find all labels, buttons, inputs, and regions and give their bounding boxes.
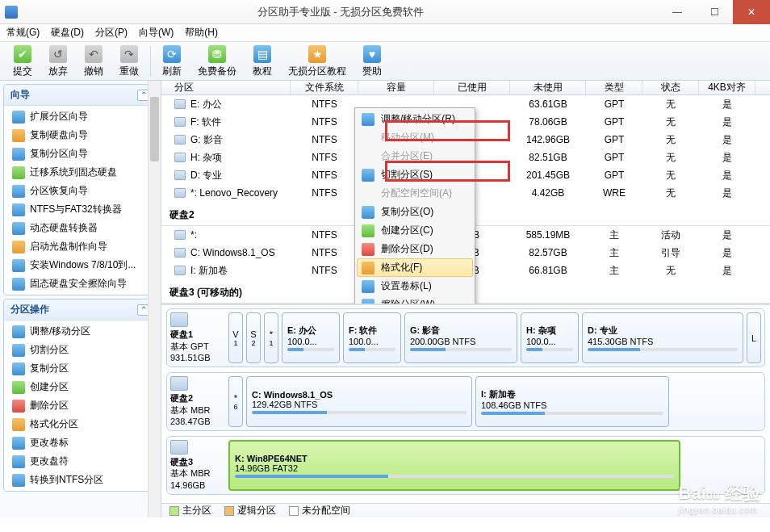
lossless-icon: ★ (308, 45, 326, 63)
sidebar: 向导⌃扩展分区向导复制硬盘向导复制分区向导迁移系统到固态硬盘分区恢复向导NTFS… (0, 81, 161, 517)
partition-block[interactable]: H: 杂项100.0... (521, 312, 579, 363)
partition-block[interactable]: D: 专业415.30GB NTFS (582, 312, 743, 363)
partition-block[interactable]: V1 (228, 312, 243, 363)
nav-label: 迁移系统到固态硬盘 (30, 165, 117, 179)
toolbar-label: 放弃 (48, 65, 68, 78)
nav-item[interactable]: 格式化分区 (4, 415, 157, 434)
context-menu-item[interactable]: 格式化(F) (357, 258, 473, 277)
partition-block[interactable]: C: Windows8.1_OS129.42GB NTFS (246, 376, 472, 427)
partition-block[interactable]: E: 办公100.0... (282, 312, 340, 363)
nav-item[interactable]: 调整/移动分区 (4, 322, 157, 341)
nav-icon (12, 259, 25, 272)
nav-item[interactable]: 启动光盘制作向导 (4, 237, 157, 256)
column-header[interactable]: 未使用 (510, 81, 586, 94)
column-header[interactable]: 分区 (161, 81, 291, 94)
maximize-button[interactable]: ☐ (696, 0, 733, 24)
panel-header[interactable]: 向导⌃ (4, 85, 157, 106)
menubar: 常规(G)硬盘(D)分区(P)向导(W)帮助(H) (0, 24, 770, 42)
donate-button[interactable]: ♥赞助 (354, 42, 390, 80)
backup-button[interactable]: ⛃免费备份 (190, 42, 245, 80)
close-button[interactable]: ✕ (733, 0, 770, 24)
nav-label: 安装Windows 7/8/10到... (30, 258, 136, 272)
tutorial-button[interactable]: ▤教程 (245, 42, 280, 80)
nav-item[interactable]: 切割分区 (4, 341, 157, 359)
menu-item[interactable]: 硬盘(D) (51, 26, 84, 40)
panel-header[interactable]: 分区操作⌃ (4, 300, 157, 320)
partition-block[interactable]: F: 软件100.0... (343, 312, 401, 363)
toolbar-label: 刷新 (162, 65, 182, 78)
menu-item-icon (362, 299, 375, 305)
column-header[interactable]: 文件系统 (291, 81, 358, 94)
nav-item[interactable]: 动态硬盘转换器 (4, 219, 157, 237)
partition-block[interactable]: I: 新加卷108.46GB NTFS (475, 376, 669, 427)
menu-item[interactable]: 分区(P) (95, 26, 128, 40)
partition-block[interactable]: *6 (228, 376, 243, 427)
toolbar-label: 撤销 (84, 65, 103, 78)
commit-button[interactable]: ✔提交 (5, 42, 40, 80)
side-panel: 分区操作⌃调整/移动分区切割分区复制分区创建分区删除分区格式化分区更改卷标更改盘… (3, 299, 157, 492)
nav-icon (12, 344, 25, 357)
context-menu-item: 合并分区(E) (357, 147, 473, 165)
nav-item[interactable]: 创建分区 (4, 378, 157, 396)
nav-icon (12, 241, 25, 253)
partition-block[interactable]: S2 (246, 312, 261, 363)
nav-item[interactable]: 固态硬盘安全擦除向导 (4, 274, 157, 293)
discard-button[interactable]: ↺放弃 (40, 42, 76, 80)
nav-label: 删除分区 (30, 399, 69, 413)
refresh-button[interactable]: ⟳刷新 (154, 42, 190, 80)
nav-icon (12, 222, 25, 235)
partition-icon (174, 153, 186, 162)
context-menu-item[interactable]: 调整/移动分区(R) (357, 110, 473, 128)
nav-label: 调整/移动分区 (30, 325, 90, 338)
nav-icon (12, 418, 25, 431)
column-header[interactable]: 容量 (358, 81, 434, 94)
column-header[interactable]: 类型 (586, 81, 642, 94)
nav-item[interactable]: 扩展分区向导 (4, 107, 157, 126)
nav-item[interactable]: 分区恢复向导 (4, 182, 157, 200)
minimize-button[interactable]: — (659, 0, 696, 24)
nav-icon (12, 437, 25, 450)
nav-item[interactable]: 迁移系统到固态硬盘 (4, 163, 157, 182)
toolbar-label: 提交 (13, 65, 32, 78)
context-menu-item[interactable]: 设置卷标(L) (357, 277, 473, 295)
column-header[interactable]: 4KB对齐 (699, 81, 755, 94)
redo-button[interactable]: ↷重做 (111, 42, 147, 80)
nav-item[interactable]: 转换到NTFS分区 (4, 471, 157, 489)
legend-primary: 主分区 (169, 504, 211, 517)
nav-item[interactable]: 安装Windows 7/8/10到... (4, 256, 157, 274)
disk-map: 硬盘3基本 MBR14.96GBK: Win8PE64NET14.96GB FA… (166, 436, 765, 495)
partition-block[interactable]: *1 (264, 312, 278, 363)
sidebar-scrollbar[interactable] (148, 81, 161, 517)
nav-item[interactable]: 复制分区 (4, 359, 157, 378)
discard-icon: ↺ (49, 45, 67, 63)
nav-icon (12, 203, 25, 216)
partition-block[interactable]: L (747, 312, 761, 363)
undo-button[interactable]: ↶撤销 (76, 42, 111, 80)
tutorial-icon: ▤ (253, 45, 271, 63)
partition-block[interactable]: K: Win8PE64NET14.96GB FAT32 (228, 440, 680, 491)
nav-item[interactable]: 更改卷标 (4, 434, 157, 452)
menu-item[interactable]: 向导(W) (139, 26, 174, 40)
menu-item[interactable]: 帮助(H) (185, 26, 218, 40)
menu-item-icon (362, 113, 375, 126)
toolbar-separator (150, 46, 151, 77)
column-header[interactable]: 已使用 (434, 81, 510, 94)
lossless-button[interactable]: ★无损分区教程 (280, 42, 354, 80)
menu-item[interactable]: 常规(G) (6, 26, 40, 40)
partition-icon (174, 117, 186, 127)
nav-item[interactable]: 复制硬盘向导 (4, 126, 157, 145)
context-menu-item[interactable]: 切割分区(S) (357, 165, 473, 184)
disk-icon (170, 376, 188, 391)
context-menu-item[interactable]: 创建分区(C) (357, 221, 473, 240)
partition-block[interactable]: G: 影音200.00GB NTFS (404, 312, 517, 363)
nav-icon (12, 325, 25, 338)
nav-item[interactable]: 更改盘符 (4, 452, 157, 471)
nav-item[interactable]: 复制分区向导 (4, 145, 157, 163)
titlebar: 分区助手专业版 - 无损分区免费软件 — ☐ ✕ (0, 0, 770, 24)
context-menu-item[interactable]: 复制分区(O) (357, 203, 473, 221)
context-menu-item[interactable]: 删除分区(D) (357, 240, 473, 258)
nav-item[interactable]: 删除分区 (4, 396, 157, 415)
nav-item[interactable]: NTFS与FAT32转换器 (4, 200, 157, 219)
column-header[interactable]: 状态 (642, 81, 699, 94)
context-menu-item[interactable]: 擦除分区(W) (357, 295, 473, 304)
